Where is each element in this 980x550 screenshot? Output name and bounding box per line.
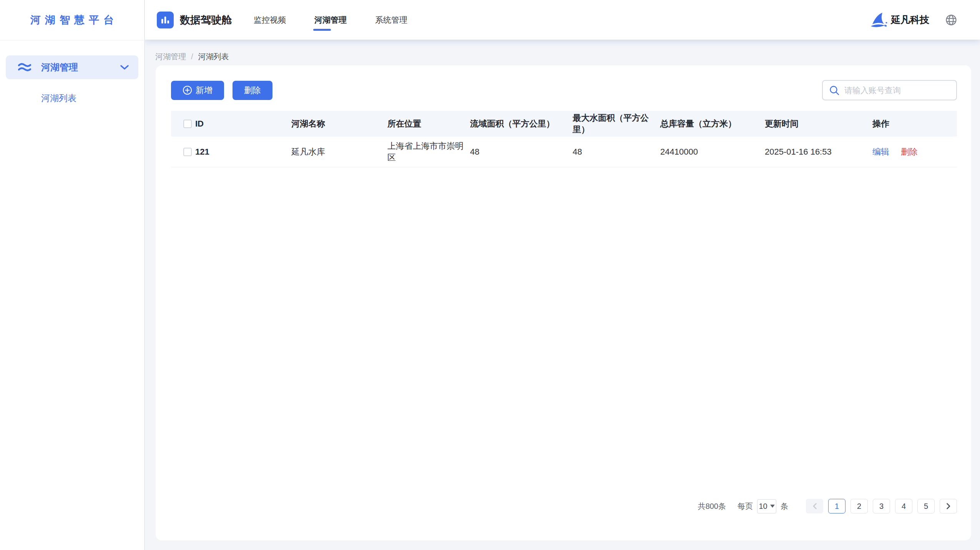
- delete-link[interactable]: 删除: [901, 146, 918, 158]
- pagination-per-page-suffix: 条: [781, 501, 788, 512]
- bar-chart-icon: [157, 12, 174, 28]
- tab-system-management[interactable]: 系统管理: [375, 0, 407, 40]
- prev-page-button[interactable]: [806, 499, 823, 513]
- sailboat-logo-icon: [869, 12, 888, 28]
- breadcrumb-item-parent[interactable]: 河湖管理: [155, 52, 186, 62]
- page-button-5[interactable]: 5: [917, 499, 935, 513]
- page-button-1[interactable]: 1: [828, 499, 845, 513]
- caret-down-icon: [770, 505, 775, 508]
- column-header-location: 所在位置: [387, 118, 470, 130]
- river-waves-icon: [18, 62, 32, 73]
- column-header-name: 河湖名称: [291, 118, 387, 130]
- app-logo-title: 河湖智慧平台: [0, 0, 144, 40]
- page-button-3[interactable]: 3: [873, 499, 890, 513]
- select-all-checkbox[interactable]: [183, 120, 192, 128]
- column-header-update-time: 更新时间: [765, 118, 872, 130]
- column-header-id: ID: [195, 119, 291, 129]
- nav-tabs: 监控视频 河湖管理 系统管理: [254, 0, 407, 40]
- column-header-total-capacity: 总库容量（立方米）: [660, 118, 765, 130]
- sidebar-item-label: 河湖管理: [41, 61, 78, 73]
- breadcrumb: 河湖管理 / 河湖列表: [145, 40, 980, 65]
- chevron-left-icon: [812, 503, 817, 510]
- page-button-4[interactable]: 4: [895, 499, 912, 513]
- breadcrumb-separator: /: [191, 52, 193, 61]
- search-input[interactable]: [844, 86, 950, 95]
- cell-total-capacity: 24410000: [660, 147, 765, 157]
- cell-id: 121: [195, 147, 291, 157]
- cell-name: 延凡水库: [291, 146, 387, 158]
- tab-river-lake-management[interactable]: 河湖管理: [314, 0, 347, 40]
- cell-actions: 编辑 删除: [872, 146, 957, 158]
- cell-update-time: 2025-01-16 16:53: [765, 147, 872, 157]
- toolbar: 新增 删除: [171, 80, 957, 100]
- company-name: 延凡科技: [891, 13, 929, 26]
- globe-icon[interactable]: [945, 14, 957, 26]
- content-card: 新增 删除 ID 河湖名称 所在位置 流域面积: [156, 65, 971, 540]
- nav-brand-data-cockpit[interactable]: 数据驾驶舱: [157, 12, 232, 28]
- table-header-row: ID 河湖名称 所在位置 流域面积（平方公里） 最大水面积（平方公里） 总库容量…: [171, 111, 957, 137]
- delete-button[interactable]: 删除: [233, 81, 272, 100]
- page-button-2[interactable]: 2: [850, 499, 868, 513]
- pagination-total: 共800条: [698, 501, 726, 512]
- search-box: [822, 80, 957, 100]
- column-header-basin-area: 流域面积（平方公里）: [470, 118, 573, 130]
- pagination: 共800条 每页 10 条 1 2 3 4 5: [171, 499, 957, 540]
- plus-circle-icon: [183, 85, 192, 95]
- sidebar-subitem-river-lake-list[interactable]: 河湖列表: [6, 92, 138, 104]
- chevron-right-icon: [946, 503, 951, 510]
- cell-basin-area: 48: [470, 147, 573, 157]
- chevron-down-icon: [120, 65, 129, 70]
- cell-max-water-area: 48: [573, 147, 660, 157]
- breadcrumb-item-current: 河湖列表: [198, 52, 229, 62]
- page-size-select[interactable]: 10: [757, 499, 776, 513]
- nav-brand-label: 数据驾驶舱: [180, 13, 232, 27]
- sidebar-item-river-lake-management[interactable]: 河湖管理: [6, 55, 138, 79]
- main-area: 数据驾驶舱 监控视频 河湖管理 系统管理 延凡科技: [145, 0, 980, 550]
- pagination-per-page-prefix: 每页: [737, 501, 753, 512]
- add-button[interactable]: 新增: [171, 81, 224, 100]
- cell-location: 上海省上海市市崇明区: [387, 140, 470, 163]
- tab-monitoring-video[interactable]: 监控视频: [254, 0, 286, 40]
- sidebar-menu: 河湖管理 河湖列表: [0, 40, 144, 104]
- add-button-label: 新增: [196, 85, 213, 96]
- delete-button-label: 删除: [244, 85, 261, 96]
- search-icon: [829, 85, 840, 96]
- table-row: 121 延凡水库 上海省上海市市崇明区 48 48 24410000 2025-…: [171, 137, 957, 167]
- data-table: ID 河湖名称 所在位置 流域面积（平方公里） 最大水面积（平方公里） 总库容量…: [171, 111, 957, 167]
- row-checkbox[interactable]: [183, 148, 192, 156]
- next-page-button[interactable]: [940, 499, 957, 513]
- nav-right-group: 延凡科技: [869, 12, 957, 28]
- column-header-max-water-area: 最大水面积（平方公里）: [573, 112, 660, 135]
- column-header-actions: 操作: [872, 118, 957, 130]
- sidebar: 河湖智慧平台 河湖管理 河湖列表: [0, 0, 145, 550]
- top-nav: 数据驾驶舱 监控视频 河湖管理 系统管理 延凡科技: [145, 0, 980, 40]
- page-size-value: 10: [759, 502, 767, 511]
- edit-link[interactable]: 编辑: [872, 146, 889, 158]
